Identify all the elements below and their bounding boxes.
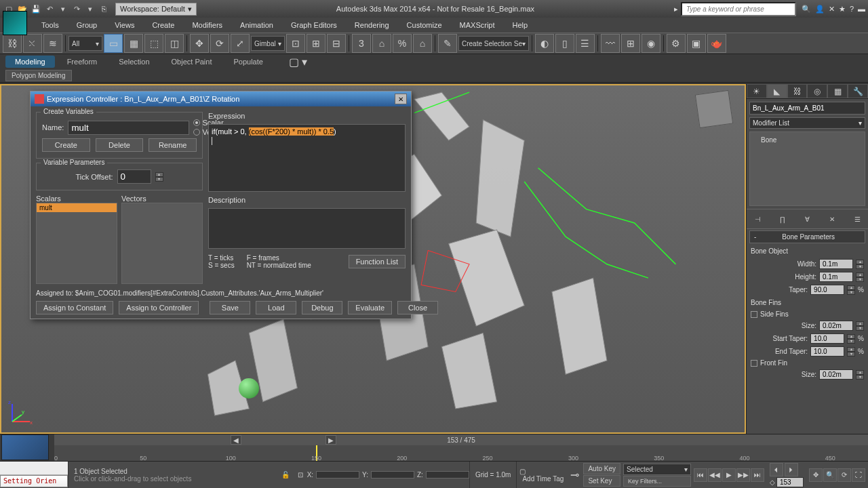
menu-animation[interactable]: Animation: [232, 19, 281, 31]
link-tool-icon[interactable]: ⛓: [3, 34, 22, 53]
z-coord-input[interactable]: [426, 471, 469, 479]
prev-key-icon[interactable]: ⏴: [770, 463, 783, 476]
side-fins-checkbox[interactable]: [751, 311, 757, 318]
menu-help[interactable]: Help: [505, 19, 536, 31]
manipulate-icon[interactable]: ⊞: [307, 34, 326, 53]
modifier-list-combo[interactable]: Modifier List▾: [749, 117, 865, 129]
bind-tool-icon[interactable]: ≋: [43, 34, 62, 53]
time-config-button[interactable]: [1, 434, 49, 460]
zoom-icon[interactable]: 🔍: [823, 468, 837, 482]
current-frame-input[interactable]: 153: [776, 477, 804, 487]
script-listener[interactable]: Setting Orien: [0, 475, 68, 487]
ribbon-expand-icon[interactable]: ▢ ▾: [289, 56, 307, 68]
ribbon-tab-freeform[interactable]: Freeform: [58, 56, 107, 68]
vectors-listbox[interactable]: [121, 203, 203, 284]
next-frame-icon[interactable]: ▶▶: [736, 468, 750, 482]
menu-modifiers[interactable]: Modifiers: [184, 19, 231, 31]
evaluate-button[interactable]: Evaluate: [348, 301, 392, 314]
maxview-icon[interactable]: ⛶: [852, 468, 865, 482]
debug-button[interactable]: Debug: [302, 301, 342, 314]
ribbon-tab-modeling[interactable]: Modeling: [5, 56, 55, 68]
save-button[interactable]: Save: [210, 301, 250, 314]
edit-selset-icon[interactable]: ✎: [438, 34, 457, 53]
width-spinner[interactable]: 0.1m: [819, 259, 853, 269]
menu-customize[interactable]: Customize: [399, 19, 450, 31]
named-selset-combo[interactable]: Create Selection Se▾: [458, 36, 529, 51]
unique-icon[interactable]: ∀: [800, 212, 816, 226]
spinner-snap-icon[interactable]: ⌂: [413, 34, 432, 53]
taper-spinner-btns[interactable]: ▴▾: [847, 285, 855, 295]
frame-spinner-icon[interactable]: ◇: [770, 479, 775, 486]
modifier-stack[interactable]: Bone: [749, 131, 865, 206]
front-fin-checkbox[interactable]: [751, 360, 757, 367]
prev-frame-icon[interactable]: ◀◀: [708, 468, 722, 482]
select-window-icon[interactable]: ◫: [165, 34, 184, 53]
dialog-close-button[interactable]: ✕: [395, 94, 407, 104]
tick-offset-input[interactable]: [117, 169, 151, 184]
dialog-titlebar[interactable]: Expression Controller : Bn_L_Aux_Arm_A_B…: [31, 92, 411, 106]
help-icon[interactable]: ?: [850, 5, 854, 14]
stack-item-bone[interactable]: Bone: [753, 135, 862, 145]
menu-grapheditors[interactable]: Graph Editors: [283, 19, 345, 31]
size2-spinner-btns[interactable]: ▴▾: [856, 370, 864, 380]
signin-icon[interactable]: 👤: [815, 5, 825, 14]
cmd-tab-utilities[interactable]: 🔧: [848, 84, 868, 98]
menu-maxscript[interactable]: MAXScript: [452, 19, 503, 31]
var-name-input[interactable]: [68, 121, 189, 135]
addtimetag-label[interactable]: Add Time Tag: [522, 475, 564, 483]
align-icon[interactable]: ▯: [555, 34, 574, 53]
cmd-tab-modify[interactable]: ◣: [767, 84, 787, 98]
height-spinner[interactable]: 0.1m: [819, 272, 853, 282]
curve-editor-icon[interactable]: 〰: [601, 34, 620, 53]
time-ruler[interactable]: 050100150200250300350400450: [54, 445, 868, 462]
start-taper-spinner[interactable]: 10.0: [810, 333, 844, 344]
y-coord-input[interactable]: [371, 471, 414, 479]
configure-icon[interactable]: ☰: [849, 212, 865, 226]
size-spinner[interactable]: 0.02m: [819, 321, 853, 331]
move-tool-icon[interactable]: ✥: [190, 34, 209, 53]
play-icon[interactable]: ▶: [722, 468, 736, 482]
snap-toggle-icon[interactable]: 3: [352, 34, 371, 53]
cmd-tab-display[interactable]: ▦: [827, 84, 848, 98]
menu-group[interactable]: Group: [68, 19, 106, 31]
scalars-listbox[interactable]: mult: [36, 203, 117, 284]
assign-controller-button[interactable]: Assign to Controller: [119, 301, 199, 314]
undo-icon[interactable]: ↶: [43, 3, 56, 15]
render-setup-icon[interactable]: ⚙: [667, 34, 686, 53]
schematic-icon[interactable]: ⊞: [621, 34, 640, 53]
tick-offset-spinner-btns[interactable]: ▴▾: [155, 172, 163, 182]
expression-textarea[interactable]: if(mult > 0, (cos((F*200) * mult)) * 0.5…: [208, 124, 406, 192]
isolate-icon[interactable]: ⊡: [298, 471, 303, 479]
favorite-icon[interactable]: ★: [839, 5, 846, 14]
keymode-combo[interactable]: Selected▾: [623, 464, 691, 475]
ref-coord-combo[interactable]: Gimbal▾: [251, 36, 285, 51]
application-icon[interactable]: [3, 11, 27, 35]
scalar-list-item-mult[interactable]: mult: [37, 203, 117, 212]
time-nav-prev[interactable]: ◀: [231, 435, 241, 445]
viewcube[interactable]: [695, 90, 733, 128]
st-spinner-btns[interactable]: ▴▾: [847, 334, 855, 344]
rollout-title-bone-params[interactable]: -Bone Parameters: [749, 230, 865, 243]
rename-var-button[interactable]: Rename: [149, 138, 197, 152]
setkey-icon[interactable]: ⊸: [570, 468, 579, 481]
select-name-icon[interactable]: ▦: [124, 34, 143, 53]
render-frame-icon[interactable]: ▣: [687, 34, 706, 53]
angle-snap-icon[interactable]: ⌂: [372, 34, 391, 53]
menu-rendering[interactable]: Rendering: [347, 19, 397, 31]
time-nav-next[interactable]: ▶: [326, 435, 336, 445]
scale-tool-icon[interactable]: ⤢: [231, 34, 250, 53]
delete-var-button[interactable]: Delete: [96, 138, 144, 152]
window-min-icon[interactable]: ▬: [858, 5, 865, 14]
lock-icon[interactable]: 🔓: [281, 471, 290, 479]
ribbon-tab-selection[interactable]: Selection: [109, 56, 159, 68]
description-textarea[interactable]: [208, 208, 406, 249]
exchange-icon[interactable]: ✕: [829, 5, 835, 14]
infocenter-icon[interactable]: 🔍: [802, 5, 811, 14]
percent-snap-icon[interactable]: %: [393, 34, 412, 53]
create-var-button[interactable]: Create: [42, 138, 90, 152]
assign-constant-button[interactable]: Assign to Constant: [36, 301, 113, 314]
time-nav-bar[interactable]: ◀ 153 / 475 ▶: [54, 434, 868, 445]
remove-icon[interactable]: ✕: [824, 212, 840, 226]
end-taper-spinner[interactable]: 10.0: [810, 346, 844, 357]
setkey-button[interactable]: Set Key: [583, 475, 620, 487]
